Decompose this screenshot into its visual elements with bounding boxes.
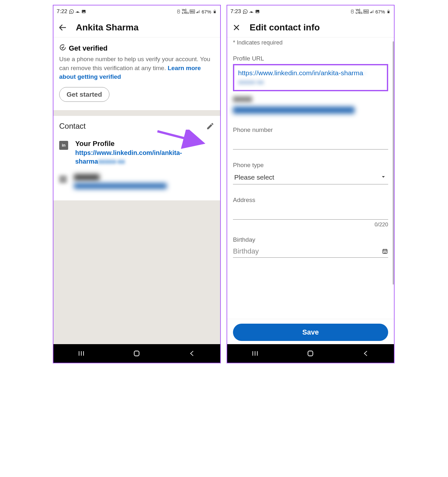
phone-type-value: Please select [234, 174, 274, 181]
calendar-icon [382, 248, 388, 255]
clock-time: 7:22 [57, 8, 67, 15]
home-nav-icon[interactable] [132, 349, 141, 358]
android-nav-bar [53, 344, 220, 363]
birthday-input[interactable]: Birthday [233, 245, 388, 258]
svg-rect-5 [214, 10, 215, 10]
app-header: Edit contact info [227, 18, 394, 37]
back-nav-icon[interactable] [361, 349, 371, 358]
picture-icon [81, 9, 86, 14]
missed-call-icon [75, 9, 80, 14]
required-indicator-text: * Indicates required [233, 39, 388, 46]
email-value-blurred [233, 107, 355, 114]
phone-number-input[interactable] [233, 135, 388, 150]
phone-type-select[interactable]: Please select [233, 171, 388, 184]
svg-point-1 [83, 11, 83, 11]
recents-nav-icon[interactable] [250, 349, 260, 358]
address-label: Address [233, 197, 388, 204]
svg-point-10 [256, 11, 257, 11]
blurred-label [74, 174, 100, 181]
picture-icon [255, 9, 260, 14]
battery-icon [212, 9, 217, 14]
page-title: Edit contact info [250, 22, 320, 33]
battery-percent: 67% [202, 9, 211, 14]
svg-rect-4 [214, 11, 215, 13]
blurred-value [74, 183, 167, 189]
profile-url-label: Your Profile [75, 140, 214, 148]
verified-card: Get verified Use a phone number to help … [53, 37, 220, 110]
profile-url-field[interactable]: https://www.linkedin.com/in/ankita-sharm… [233, 64, 388, 91]
save-bar: Save [227, 319, 394, 344]
svg-rect-8 [134, 351, 139, 356]
email-item-blurred [59, 174, 214, 189]
recents-nav-icon[interactable] [76, 349, 86, 358]
verified-badge-icon [59, 44, 66, 53]
battery-saver-icon [350, 9, 355, 14]
scrollbar[interactable] [393, 41, 394, 285]
birthday-placeholder: Birthday [233, 247, 259, 255]
verified-title-text: Get verified [69, 44, 108, 53]
address-input[interactable] [233, 206, 388, 220]
profile-url-label: Profile URL [233, 55, 388, 62]
clock-time: 7:23 [230, 8, 241, 15]
edit-form: * Indicates required Profile URL https:/… [227, 37, 394, 319]
battery-saver-icon [176, 9, 181, 14]
signal-icon [370, 9, 374, 14]
volte-icon: Vo)LTE1 [356, 9, 363, 14]
5g-icon: 5G [190, 10, 195, 13]
close-icon[interactable] [232, 23, 241, 32]
profile-screen: 7:22 Vo)LTE1 5G 67% [53, 5, 221, 363]
status-bar: 7:23 Vo)LTE1 5G 67% [227, 5, 394, 18]
missed-call-icon [249, 9, 254, 14]
back-arrow-icon[interactable] [58, 23, 68, 32]
back-nav-icon[interactable] [188, 349, 197, 358]
svg-rect-14 [388, 10, 389, 10]
5g-icon: 5G [364, 10, 369, 13]
home-nav-icon[interactable] [306, 349, 315, 358]
profile-url-item: in Your Profile https://www.linkedin.com… [59, 140, 214, 166]
svg-rect-18 [308, 351, 313, 356]
android-nav-bar [227, 344, 394, 363]
whatsapp-icon [243, 9, 248, 14]
email-label-blurred [233, 96, 252, 102]
contact-section: Contact in Your Profile https://www.link… [53, 116, 220, 200]
empty-area [53, 200, 220, 344]
verified-description: Use a phone number to help us verify you… [59, 55, 214, 81]
chevron-down-icon [380, 173, 387, 182]
phone-type-label: Phone type [233, 162, 388, 169]
app-header: Ankita Sharma [53, 18, 220, 37]
status-bar: 7:22 Vo)LTE1 5G 67% [53, 5, 220, 18]
svg-point-16 [384, 252, 385, 252]
get-started-button[interactable]: Get started [59, 87, 109, 102]
email-icon [59, 175, 67, 183]
signal-icon [196, 9, 201, 14]
edit-contact-screen: 7:23 Vo)LTE1 5G 67% Edit contact info [227, 5, 395, 363]
volte-icon: Vo)LTE1 [182, 9, 189, 14]
svg-point-17 [386, 252, 386, 252]
divider [53, 110, 220, 116]
linkedin-logo-icon: in [59, 141, 68, 150]
contact-section-title: Contact [59, 122, 86, 131]
edit-pencil-icon[interactable] [206, 122, 214, 130]
address-char-count: 0/220 [233, 222, 388, 228]
birthday-label: Birthday [233, 236, 388, 243]
profile-url-link[interactable]: https://www.linkedin.com/in/ankita-sharm… [75, 149, 214, 166]
battery-icon [386, 9, 391, 14]
svg-rect-13 [388, 11, 389, 13]
phone-number-label: Phone number [233, 126, 388, 133]
save-button[interactable]: Save [233, 324, 388, 341]
battery-percent: 67% [375, 9, 385, 14]
page-title: Ankita Sharma [76, 22, 139, 33]
whatsapp-icon [69, 9, 74, 14]
